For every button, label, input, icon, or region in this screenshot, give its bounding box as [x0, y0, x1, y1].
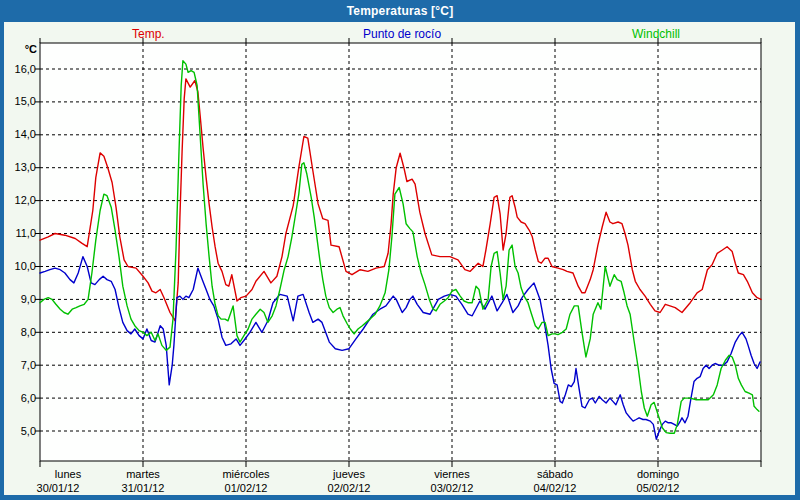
x-date-label: 04/02/12 — [510, 482, 600, 495]
temperature-chart — [0, 0, 800, 500]
x-day-label: jueves — [304, 468, 394, 481]
y-tick-label: 10,0 — [0, 260, 36, 273]
y-tick-label: 12,0 — [0, 194, 36, 207]
x-date-label: 01/02/12 — [201, 482, 291, 495]
y-tick-label: 8,0 — [0, 326, 36, 339]
x-day-label: domingo — [613, 468, 703, 481]
x-day-label: viernes — [407, 468, 497, 481]
y-tick-label: 16,0 — [0, 63, 36, 76]
y-tick-label: 6,0 — [0, 392, 36, 405]
y-tick-label: 13,0 — [0, 161, 36, 174]
y-tick-label: 7,0 — [0, 359, 36, 372]
x-date-label: 05/02/12 — [613, 482, 703, 495]
app-window: Temperaturas [°C] Temp. Punto de rocío W… — [0, 0, 800, 500]
y-tick-label: 15,0 — [0, 95, 36, 108]
x-date-label: 03/02/12 — [407, 482, 497, 495]
y-tick-label: 11,0 — [0, 227, 36, 240]
x-day-label: sábado — [510, 468, 600, 481]
x-date-label: 02/02/12 — [304, 482, 394, 495]
y-tick-label: 14,0 — [0, 128, 36, 141]
y-tick-label: 5,0 — [0, 425, 36, 438]
x-date-label: 30/01/12 — [13, 482, 103, 495]
x-date-label: 31/01/12 — [98, 482, 188, 495]
x-day-label: martes — [98, 468, 188, 481]
y-tick-label: 9,0 — [0, 293, 36, 306]
x-day-label: miércoles — [201, 468, 291, 481]
